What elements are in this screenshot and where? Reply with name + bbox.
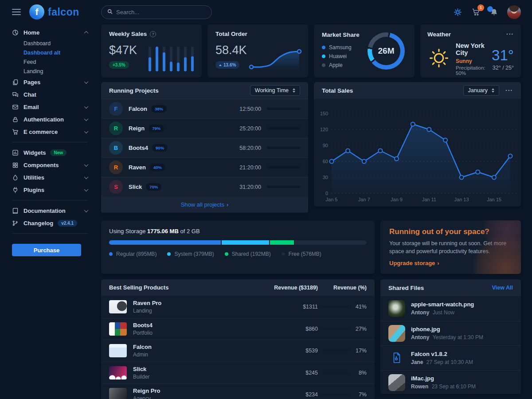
product-name[interactable]: Falcon	[133, 344, 251, 350]
bell-icon[interactable]	[489, 8, 499, 17]
project-row: B Boots4 90% 58:20:00	[101, 138, 308, 157]
cart-icon[interactable]: 1	[471, 8, 481, 17]
product-thumbnail	[109, 300, 127, 313]
storage-card: Using Storage 1775.06 MB of 2 GB Regular…	[101, 220, 375, 274]
project-progress-bar	[267, 186, 300, 188]
total-order-badge: 13.6%	[215, 61, 239, 69]
shared-file-item[interactable]: apple-smart-watch.png Antony Just Now	[380, 296, 521, 321]
sidebar-item-widgets[interactable]: Widgets New	[12, 146, 88, 159]
running-projects-card: Running Projects Working Time F Falcon 3…	[101, 82, 308, 213]
gear-icon[interactable]	[453, 8, 462, 17]
chevron-up-icon	[84, 31, 89, 35]
project-name[interactable]: Boots4	[129, 145, 148, 151]
product-name[interactable]: Reign Pro	[133, 387, 251, 394]
project-avatar: B	[109, 141, 123, 155]
total-sales-title: Total Sales	[322, 87, 353, 94]
sidebar-item-documentation[interactable]: Documentation	[12, 204, 88, 217]
upgrade-storage-link[interactable]: Upgrade storage›	[389, 260, 439, 266]
cart-badge: 1	[477, 4, 484, 11]
shared-file-item[interactable]: iMac.jpg Rowen 23 Sep at 6:10 PM	[380, 370, 521, 395]
show-all-projects-link[interactable]: Show all projects›	[101, 196, 308, 212]
product-name[interactable]: Boots4	[133, 322, 251, 329]
file-owner: Antony	[411, 309, 429, 316]
storage-legend-item: Shared (192MB)	[225, 251, 271, 257]
bar	[177, 47, 180, 71]
project-time: 31:20:00	[239, 184, 261, 190]
cart-icon	[12, 128, 19, 135]
sidebar-item-plugins[interactable]: Plugins	[12, 184, 88, 196]
user-avatar[interactable]	[507, 5, 521, 19]
month-select[interactable]: January	[463, 85, 499, 96]
svg-text:30: 30	[323, 175, 328, 180]
product-category: Agency	[133, 395, 251, 399]
question-icon[interactable]: ?	[150, 31, 156, 37]
sidebar-item-feed[interactable]: Feed	[12, 57, 88, 66]
storage-legend-item: Free (576MB)	[282, 251, 321, 257]
book-icon	[12, 207, 19, 214]
purchase-button[interactable]: Purchase	[12, 244, 81, 256]
sidebar-item-authentication[interactable]: Authentication	[12, 113, 88, 125]
project-row: F Falcon 38% 12:50:00	[101, 99, 308, 118]
bar-chart-icon	[12, 149, 19, 156]
product-category: Landing	[133, 308, 251, 314]
kpi-row: Weekly Sales ? $47K +3.5% Total Order 58…	[101, 24, 521, 78]
view-all-link[interactable]: View All	[492, 285, 513, 291]
caret-sort-icon	[293, 88, 295, 93]
space-warning-title: Running out of your space?	[389, 227, 512, 236]
plug-icon	[12, 186, 19, 193]
sidebar-item-landing[interactable]: Landing	[12, 66, 88, 76]
weather-card: Weather ··· New York City Sunny Precipit…	[420, 24, 521, 78]
project-list: F Falcon 38% 12:50:00 R Reign 79% 25:20:…	[101, 99, 308, 196]
project-name[interactable]: Reign	[129, 125, 145, 132]
falcon-logo[interactable]: f falcon	[29, 4, 79, 20]
bar	[191, 47, 194, 71]
product-name[interactable]: Slick	[133, 366, 251, 372]
search-input[interactable]	[116, 9, 206, 16]
pie-chart-icon	[12, 29, 19, 36]
project-name[interactable]: Falcon	[129, 106, 147, 112]
product-revenue-bar	[322, 372, 349, 374]
sidebar-item-dashboard-alt[interactable]: Dashboard alt	[12, 48, 88, 57]
storage-row: Using Storage 1775.06 MB of 2 GB Regular…	[101, 220, 521, 274]
sidebar-item-e-commerce[interactable]: E commerce	[12, 125, 88, 138]
legend-dot	[109, 252, 113, 256]
bar	[156, 47, 158, 71]
sidebar-item-email[interactable]: Email	[12, 101, 88, 113]
shared-files-card: Shared Files View All apple-smart-watch.…	[380, 279, 521, 394]
sidebar-item-components[interactable]: Components	[12, 159, 88, 171]
project-avatar: R	[109, 121, 123, 135]
product-revenue-pct: 8%	[353, 370, 367, 376]
caret-sort-icon	[492, 88, 494, 93]
project-name[interactable]: Raven	[129, 164, 146, 171]
project-progress-bar	[267, 147, 300, 149]
product-revenue-bar	[322, 306, 349, 308]
product-row: Reign Pro Agency $234 7%	[101, 383, 375, 399]
sidebar-item-chat[interactable]: Chat	[12, 88, 88, 101]
sidebar-item-changelog[interactable]: Changelog v2.4.1	[12, 217, 88, 229]
sidebar-divider	[12, 233, 88, 234]
sidebar-item-utilities[interactable]: Utilities	[12, 171, 88, 184]
sidebar-item-home[interactable]: Home	[12, 26, 88, 39]
shared-files-list: apple-smart-watch.png Antony Just Now ip…	[380, 296, 521, 394]
sidebar-item-label: Authentication	[23, 116, 64, 123]
ellipsis-icon[interactable]: ···	[505, 87, 513, 94]
svg-text:0: 0	[325, 191, 328, 196]
sun-icon	[427, 47, 450, 71]
project-name[interactable]: Slick	[129, 184, 142, 190]
svg-text:Jan 5: Jan 5	[326, 197, 338, 202]
working-time-select[interactable]: Working Time	[250, 85, 300, 96]
shared-file-item[interactable]: iphone.jpg Antony Yesterday at 1:30 PM	[380, 321, 521, 346]
ellipsis-icon[interactable]: ···	[506, 31, 514, 38]
product-name[interactable]: Raven Pro	[133, 300, 251, 306]
products-title: Best Selling Products	[109, 284, 251, 291]
shared-file-item[interactable]: Falcon v1.8.2 Jane 27 Sep at 10:30 AM	[380, 345, 521, 370]
product-row: Slick Builder $245 8%	[101, 362, 375, 384]
sidebar-item-pages[interactable]: Pages	[12, 76, 88, 88]
file-icon	[388, 349, 405, 366]
envelope-icon	[12, 103, 19, 110]
sidebar-item-dashboard[interactable]: Dashboard	[12, 39, 88, 48]
product-category: Admin	[133, 352, 251, 358]
legend-dot	[322, 55, 325, 58]
sidebar-item-label: Documentation	[23, 207, 66, 214]
menu-icon[interactable]	[12, 9, 21, 15]
